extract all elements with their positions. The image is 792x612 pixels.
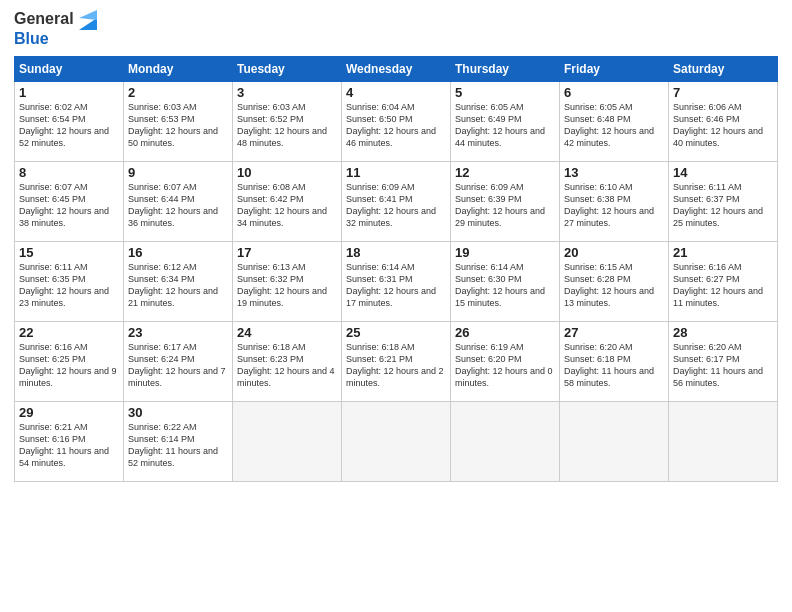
day-info: Sunrise: 6:07 AM Sunset: 6:44 PM Dayligh… <box>128 181 228 230</box>
calendar-day-cell <box>560 401 669 481</box>
day-info: Sunrise: 6:16 AM Sunset: 6:25 PM Dayligh… <box>19 341 119 390</box>
day-number: 20 <box>564 245 664 260</box>
day-number: 15 <box>19 245 119 260</box>
calendar-day-cell: 9Sunrise: 6:07 AM Sunset: 6:44 PM Daylig… <box>124 161 233 241</box>
calendar-day-cell: 17Sunrise: 6:13 AM Sunset: 6:32 PM Dayli… <box>233 241 342 321</box>
calendar-day-cell: 14Sunrise: 6:11 AM Sunset: 6:37 PM Dayli… <box>669 161 778 241</box>
logo-general-text: General <box>14 10 74 27</box>
calendar-day-cell: 30Sunrise: 6:22 AM Sunset: 6:14 PM Dayli… <box>124 401 233 481</box>
calendar-day-cell: 6Sunrise: 6:05 AM Sunset: 6:48 PM Daylig… <box>560 81 669 161</box>
day-number: 28 <box>673 325 773 340</box>
day-info: Sunrise: 6:14 AM Sunset: 6:31 PM Dayligh… <box>346 261 446 310</box>
calendar-day-cell: 12Sunrise: 6:09 AM Sunset: 6:39 PM Dayli… <box>451 161 560 241</box>
calendar-day-cell: 15Sunrise: 6:11 AM Sunset: 6:35 PM Dayli… <box>15 241 124 321</box>
page-header: General Blue <box>14 10 778 48</box>
day-info: Sunrise: 6:02 AM Sunset: 6:54 PM Dayligh… <box>19 101 119 150</box>
day-number: 4 <box>346 85 446 100</box>
day-number: 7 <box>673 85 773 100</box>
day-number: 11 <box>346 165 446 180</box>
day-info: Sunrise: 6:07 AM Sunset: 6:45 PM Dayligh… <box>19 181 119 230</box>
day-info: Sunrise: 6:10 AM Sunset: 6:38 PM Dayligh… <box>564 181 664 230</box>
day-info: Sunrise: 6:05 AM Sunset: 6:49 PM Dayligh… <box>455 101 555 150</box>
calendar-week-row: 29Sunrise: 6:21 AM Sunset: 6:16 PM Dayli… <box>15 401 778 481</box>
day-info: Sunrise: 6:20 AM Sunset: 6:17 PM Dayligh… <box>673 341 773 390</box>
calendar-day-cell: 13Sunrise: 6:10 AM Sunset: 6:38 PM Dayli… <box>560 161 669 241</box>
weekday-header-monday: Monday <box>124 56 233 81</box>
day-number: 10 <box>237 165 337 180</box>
calendar-day-cell: 18Sunrise: 6:14 AM Sunset: 6:31 PM Dayli… <box>342 241 451 321</box>
calendar-header-row: SundayMondayTuesdayWednesdayThursdayFrid… <box>15 56 778 81</box>
day-info: Sunrise: 6:05 AM Sunset: 6:48 PM Dayligh… <box>564 101 664 150</box>
day-info: Sunrise: 6:19 AM Sunset: 6:20 PM Dayligh… <box>455 341 555 390</box>
page-container: General Blue SundayMondayTuesdayWednesda… <box>0 0 792 612</box>
calendar-week-row: 22Sunrise: 6:16 AM Sunset: 6:25 PM Dayli… <box>15 321 778 401</box>
weekday-header-thursday: Thursday <box>451 56 560 81</box>
day-info: Sunrise: 6:12 AM Sunset: 6:34 PM Dayligh… <box>128 261 228 310</box>
calendar-day-cell: 4Sunrise: 6:04 AM Sunset: 6:50 PM Daylig… <box>342 81 451 161</box>
day-number: 26 <box>455 325 555 340</box>
calendar-week-row: 1Sunrise: 6:02 AM Sunset: 6:54 PM Daylig… <box>15 81 778 161</box>
calendar-day-cell: 26Sunrise: 6:19 AM Sunset: 6:20 PM Dayli… <box>451 321 560 401</box>
day-number: 3 <box>237 85 337 100</box>
calendar-day-cell: 7Sunrise: 6:06 AM Sunset: 6:46 PM Daylig… <box>669 81 778 161</box>
calendar-day-cell: 10Sunrise: 6:08 AM Sunset: 6:42 PM Dayli… <box>233 161 342 241</box>
weekday-header-saturday: Saturday <box>669 56 778 81</box>
calendar-day-cell <box>233 401 342 481</box>
calendar-day-cell: 3Sunrise: 6:03 AM Sunset: 6:52 PM Daylig… <box>233 81 342 161</box>
svg-marker-0 <box>79 18 97 30</box>
day-number: 29 <box>19 405 119 420</box>
calendar-day-cell: 8Sunrise: 6:07 AM Sunset: 6:45 PM Daylig… <box>15 161 124 241</box>
day-number: 17 <box>237 245 337 260</box>
day-info: Sunrise: 6:13 AM Sunset: 6:32 PM Dayligh… <box>237 261 337 310</box>
day-info: Sunrise: 6:04 AM Sunset: 6:50 PM Dayligh… <box>346 101 446 150</box>
day-number: 19 <box>455 245 555 260</box>
day-number: 23 <box>128 325 228 340</box>
logo-bird-icon <box>79 10 97 30</box>
calendar-day-cell: 23Sunrise: 6:17 AM Sunset: 6:24 PM Dayli… <box>124 321 233 401</box>
calendar-day-cell <box>669 401 778 481</box>
calendar-day-cell: 27Sunrise: 6:20 AM Sunset: 6:18 PM Dayli… <box>560 321 669 401</box>
day-info: Sunrise: 6:11 AM Sunset: 6:37 PM Dayligh… <box>673 181 773 230</box>
calendar-day-cell: 2Sunrise: 6:03 AM Sunset: 6:53 PM Daylig… <box>124 81 233 161</box>
day-info: Sunrise: 6:18 AM Sunset: 6:21 PM Dayligh… <box>346 341 446 390</box>
day-info: Sunrise: 6:22 AM Sunset: 6:14 PM Dayligh… <box>128 421 228 470</box>
day-number: 6 <box>564 85 664 100</box>
day-number: 21 <box>673 245 773 260</box>
calendar-day-cell: 11Sunrise: 6:09 AM Sunset: 6:41 PM Dayli… <box>342 161 451 241</box>
day-number: 24 <box>237 325 337 340</box>
logo: General Blue <box>14 10 97 48</box>
day-number: 1 <box>19 85 119 100</box>
day-number: 27 <box>564 325 664 340</box>
day-number: 8 <box>19 165 119 180</box>
day-info: Sunrise: 6:20 AM Sunset: 6:18 PM Dayligh… <box>564 341 664 390</box>
day-info: Sunrise: 6:21 AM Sunset: 6:16 PM Dayligh… <box>19 421 119 470</box>
day-info: Sunrise: 6:06 AM Sunset: 6:46 PM Dayligh… <box>673 101 773 150</box>
weekday-header-sunday: Sunday <box>15 56 124 81</box>
day-number: 5 <box>455 85 555 100</box>
day-info: Sunrise: 6:03 AM Sunset: 6:53 PM Dayligh… <box>128 101 228 150</box>
day-info: Sunrise: 6:03 AM Sunset: 6:52 PM Dayligh… <box>237 101 337 150</box>
day-number: 14 <box>673 165 773 180</box>
day-info: Sunrise: 6:11 AM Sunset: 6:35 PM Dayligh… <box>19 261 119 310</box>
day-info: Sunrise: 6:18 AM Sunset: 6:23 PM Dayligh… <box>237 341 337 390</box>
day-number: 9 <box>128 165 228 180</box>
day-number: 30 <box>128 405 228 420</box>
weekday-header-wednesday: Wednesday <box>342 56 451 81</box>
calendar-day-cell: 21Sunrise: 6:16 AM Sunset: 6:27 PM Dayli… <box>669 241 778 321</box>
day-number: 18 <box>346 245 446 260</box>
day-info: Sunrise: 6:14 AM Sunset: 6:30 PM Dayligh… <box>455 261 555 310</box>
calendar-day-cell: 16Sunrise: 6:12 AM Sunset: 6:34 PM Dayli… <box>124 241 233 321</box>
calendar-day-cell: 22Sunrise: 6:16 AM Sunset: 6:25 PM Dayli… <box>15 321 124 401</box>
day-number: 13 <box>564 165 664 180</box>
day-info: Sunrise: 6:17 AM Sunset: 6:24 PM Dayligh… <box>128 341 228 390</box>
calendar-day-cell <box>342 401 451 481</box>
day-info: Sunrise: 6:16 AM Sunset: 6:27 PM Dayligh… <box>673 261 773 310</box>
calendar-day-cell: 28Sunrise: 6:20 AM Sunset: 6:17 PM Dayli… <box>669 321 778 401</box>
calendar-day-cell: 24Sunrise: 6:18 AM Sunset: 6:23 PM Dayli… <box>233 321 342 401</box>
calendar-day-cell: 5Sunrise: 6:05 AM Sunset: 6:49 PM Daylig… <box>451 81 560 161</box>
calendar-week-row: 15Sunrise: 6:11 AM Sunset: 6:35 PM Dayli… <box>15 241 778 321</box>
day-number: 22 <box>19 325 119 340</box>
day-number: 16 <box>128 245 228 260</box>
weekday-header-friday: Friday <box>560 56 669 81</box>
svg-marker-1 <box>79 10 97 20</box>
